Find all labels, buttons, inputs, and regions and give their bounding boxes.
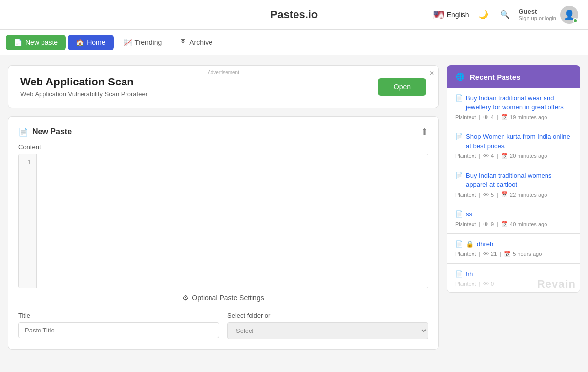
header-right: 🇺🇸 English 🌙 🔍 Guest Sign up or login 👤: [433, 6, 578, 24]
file-icon: 📄: [14, 39, 22, 46]
new-paste-card: 📄 New Paste ⬆ Content 1 ⚙ Optional Paste…: [8, 116, 439, 350]
ad-description: Web Application Vulnerability Scan Prora…: [20, 90, 148, 98]
recent-paste-title[interactable]: 📄 Buy Indian traditional womens apparel …: [455, 171, 572, 189]
eye-icon: 👁: [483, 221, 489, 227]
optional-settings-toggle[interactable]: ⚙ Optional Paste Settings: [18, 288, 428, 308]
home-button[interactable]: 🏠 Home: [68, 35, 113, 50]
main-layout: Advertisement Web Application Scan Web A…: [0, 55, 588, 360]
paste-card-header: 📄 New Paste ⬆: [18, 126, 428, 137]
recent-paste-title[interactable]: 📄 Buy Indian traditional wear and jewell…: [455, 94, 572, 112]
content-label: Content: [18, 143, 428, 151]
paste-item-meta: Plaintext | 👁 4 | 📅 19 minutes ago: [455, 114, 572, 120]
avatar[interactable]: 👤: [560, 6, 578, 24]
avatar-online-dot: [573, 18, 578, 23]
title-group: Title: [18, 312, 219, 339]
list-item: 📄 Buy Indian traditional womens apparel …: [447, 165, 580, 204]
list-item: 📄 🔒 dhreh Plaintext | 👁 21 | 📅 5 hours a…: [447, 234, 580, 263]
folder-label: Select folder or: [227, 312, 428, 319]
clock-icon: 📅: [501, 221, 508, 227]
recent-paste-title[interactable]: 📄 🔒 dhreh: [455, 240, 572, 248]
main-content: Advertisement Web Application Scan Web A…: [8, 65, 439, 350]
eye-icon: 👁: [483, 153, 489, 159]
lock-icon: 🔒: [466, 240, 474, 248]
trending-button[interactable]: 📈 Trending: [116, 35, 170, 50]
guest-info: Guest Sign up or login: [519, 8, 556, 21]
list-item: 📄 Buy Indian traditional wear and jewell…: [447, 88, 580, 126]
guest-name: Guest: [519, 8, 556, 15]
archive-icon: 🗄: [179, 39, 186, 46]
paste-file-icon: 📄: [455, 240, 463, 248]
clock-icon: 📅: [501, 191, 508, 198]
upload-icon[interactable]: ⬆: [421, 126, 428, 137]
sidebar: 🌐 Recent Pastes 📄 Buy Indian traditional…: [447, 65, 580, 350]
list-item: 📄 hh Plaintext | 👁 0 Revain: [447, 264, 580, 293]
ad-open-button[interactable]: Open: [378, 78, 426, 96]
recent-pastes-header: 🌐 Recent Pastes: [447, 65, 580, 88]
recent-paste-title[interactable]: 📄 hh: [455, 270, 572, 279]
paste-content-input[interactable]: [37, 154, 428, 288]
eye-icon: 👁: [483, 251, 489, 257]
clock-icon: 📅: [504, 251, 511, 257]
trending-icon: 📈: [124, 39, 132, 46]
ad-banner: Advertisement Web Application Scan Web A…: [8, 65, 439, 108]
list-item: 📄 Shop Women kurta from India online at …: [447, 126, 580, 165]
eye-icon: 👁: [483, 192, 489, 198]
guest-sub: Sign up or login: [519, 15, 556, 21]
search-button[interactable]: 🔍: [497, 7, 513, 23]
settings-gear-icon: ⚙: [182, 294, 189, 302]
paste-item-meta: Plaintext | 👁 0: [455, 281, 572, 287]
globe-icon: 🌐: [456, 72, 465, 81]
paste-file-icon: 📄: [455, 270, 463, 279]
ad-content: Web Application Scan Web Application Vul…: [20, 76, 148, 98]
flag-icon: 🇺🇸: [433, 9, 444, 20]
new-paste-button[interactable]: 📄 New paste: [6, 35, 66, 50]
title-label: Title: [18, 312, 219, 319]
editor-wrapper: 1: [18, 154, 428, 288]
folder-group: Select folder or Select: [227, 312, 428, 339]
paste-item-meta: Plaintext | 👁 4 | 📅 20 minutes ago: [455, 153, 572, 159]
language-label: English: [447, 11, 469, 19]
clock-icon: 📅: [501, 114, 508, 120]
paste-file-icon: 📄: [455, 132, 463, 141]
line-numbers: 1: [19, 154, 37, 288]
paste-file-icon: 📄: [18, 127, 28, 137]
guest-section: Guest Sign up or login 👤: [519, 6, 578, 24]
paste-form-row: Title Select folder or Select: [18, 312, 428, 339]
home-icon: 🏠: [76, 39, 84, 46]
ad-label: Advertisement: [208, 70, 239, 75]
ad-title: Web Application Scan: [20, 76, 148, 88]
recent-paste-title[interactable]: 📄 Shop Women kurta from India online at …: [455, 132, 572, 150]
paste-file-icon: 📄: [455, 210, 463, 219]
sidebar-wrapper: 🌐 Recent Pastes 📄 Buy Indian traditional…: [447, 65, 580, 293]
paste-card-title: 📄 New Paste: [18, 127, 72, 137]
main-nav: 📄 New paste 🏠 Home 📈 Trending 🗄 Archive: [0, 30, 588, 55]
dark-mode-toggle[interactable]: 🌙: [475, 7, 491, 23]
language-selector[interactable]: 🇺🇸 English: [433, 9, 469, 20]
list-item: 📄 ss Plaintext | 👁 9 | 📅 40 minutes ago: [447, 204, 580, 234]
paste-item-meta: Plaintext | 👁 21 | 📅 5 hours ago: [455, 251, 572, 257]
paste-item-meta: Plaintext | 👁 5 | 📅 22 minutes ago: [455, 191, 572, 198]
header-logo: Pastes.io: [270, 8, 318, 21]
archive-button[interactable]: 🗄 Archive: [171, 35, 220, 50]
paste-file-icon: 📄: [455, 171, 463, 180]
folder-select[interactable]: Select: [227, 322, 428, 339]
recent-paste-title[interactable]: 📄 ss: [455, 210, 572, 219]
header: Pastes.io 🇺🇸 English 🌙 🔍 Guest Sign up o…: [0, 0, 588, 30]
eye-icon: 👁: [483, 114, 489, 120]
paste-item-meta: Plaintext | 👁 9 | 📅 40 minutes ago: [455, 221, 572, 227]
eye-icon: 👁: [483, 281, 489, 287]
paste-title-input[interactable]: [18, 322, 219, 338]
clock-icon: 📅: [501, 153, 508, 159]
paste-file-icon: 📄: [455, 94, 463, 103]
ad-close-button[interactable]: ✕: [429, 70, 434, 77]
